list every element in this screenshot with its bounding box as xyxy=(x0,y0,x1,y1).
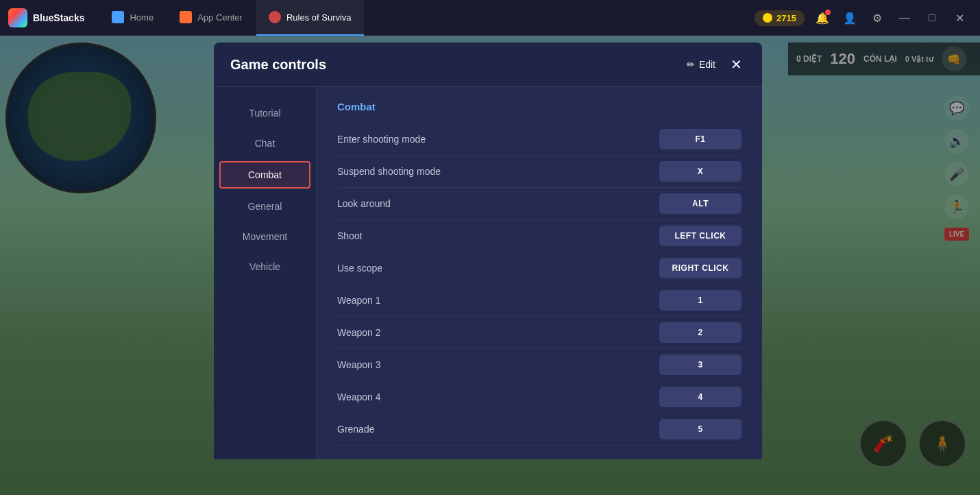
sidebar-item-vehicle[interactable]: Vehicle xyxy=(219,254,310,279)
key-badge-grenade[interactable]: 5 xyxy=(659,419,742,439)
edit-label: Edit xyxy=(699,59,715,70)
brand-logo: BlueStacks xyxy=(0,8,93,27)
control-label-suspend-shooting: Suspend shooting mode xyxy=(337,166,441,177)
key-badge-weapon3[interactable]: 3 xyxy=(659,354,742,375)
tab-home[interactable]: Home xyxy=(99,0,166,36)
panel-header-actions: ✏ Edit ✕ xyxy=(687,55,746,74)
sidebar-item-movement[interactable]: Movement xyxy=(219,224,310,249)
game-controls-panel: Game controls ✏ Edit ✕ Tutorial Chat Com… xyxy=(214,43,762,459)
coin-icon xyxy=(763,13,772,23)
control-label-weapon4: Weapon 4 xyxy=(337,391,381,402)
edit-button[interactable]: ✏ Edit xyxy=(687,59,715,70)
control-label-weapon2: Weapon 2 xyxy=(337,327,381,338)
key-badge-use-scope[interactable]: RIGHT CLICK xyxy=(659,258,742,278)
control-row-look-around: Look around ALT xyxy=(337,188,742,220)
control-row-suspend-shooting: Suspend shooting mode X xyxy=(337,156,742,188)
panel-sidebar: Tutorial Chat Combat General Movement Ve… xyxy=(214,87,317,459)
section-title: Combat xyxy=(337,101,742,112)
control-row-use-scope: Use scope RIGHT CLICK xyxy=(337,252,742,285)
game-tab-icon xyxy=(269,11,281,23)
key-badge-weapon2[interactable]: 2 xyxy=(659,322,742,343)
key-badge-enter-shooting[interactable]: F1 xyxy=(659,129,742,149)
control-label-grenade: Grenade xyxy=(337,424,374,435)
sidebar-item-tutorial[interactable]: Tutorial xyxy=(219,101,310,125)
panel-content: Combat Enter shooting mode F1 Suspend sh… xyxy=(317,87,762,459)
titlebar: BlueStacks Home App Center Rules of Surv… xyxy=(0,0,980,36)
notification-button[interactable]: 🔔 xyxy=(813,8,832,27)
home-tab-icon xyxy=(112,11,124,23)
key-badge-weapon1[interactable]: 1 xyxy=(659,290,742,311)
close-window-button[interactable]: ✕ xyxy=(950,8,969,27)
key-badge-suspend-shooting[interactable]: X xyxy=(659,161,742,182)
control-label-weapon3: Weapon 3 xyxy=(337,359,381,370)
tab-bar: Home App Center Rules of Surviva xyxy=(93,0,755,36)
control-label-enter-shooting: Enter shooting mode xyxy=(337,134,426,145)
maximize-button[interactable]: □ xyxy=(922,8,942,27)
panel-header: Game controls ✏ Edit ✕ xyxy=(214,43,762,87)
control-label-shoot: Shoot xyxy=(337,230,363,241)
app-center-tab-icon xyxy=(180,11,192,23)
coin-badge: 2715 xyxy=(755,10,805,26)
control-row-shoot: Shoot LEFT CLICK xyxy=(337,220,742,252)
control-label-use-scope: Use scope xyxy=(337,263,382,274)
control-row-weapon1: Weapon 1 1 xyxy=(337,285,742,317)
key-badge-weapon4[interactable]: 4 xyxy=(659,387,742,407)
edit-icon: ✏ xyxy=(687,59,695,70)
titlebar-right: 2715 🔔 👤 ⚙ — □ ✕ xyxy=(755,8,980,27)
panel-body: Tutorial Chat Combat General Movement Ve… xyxy=(214,87,762,459)
close-panel-button[interactable]: ✕ xyxy=(726,55,746,74)
coin-count: 2715 xyxy=(776,13,796,23)
minimize-button[interactable]: — xyxy=(895,8,914,27)
control-row-weapon4: Weapon 4 4 xyxy=(337,381,742,413)
sidebar-item-combat[interactable]: Combat xyxy=(219,161,310,189)
control-row-grenade: Grenade 5 xyxy=(337,413,742,446)
key-badge-look-around[interactable]: ALT xyxy=(659,193,742,214)
control-row-weapon3: Weapon 3 3 xyxy=(337,349,742,381)
control-label-weapon1: Weapon 1 xyxy=(337,295,381,306)
notification-dot xyxy=(825,10,831,15)
panel-title: Game controls xyxy=(230,57,326,73)
control-row-weapon2: Weapon 2 2 xyxy=(337,317,742,349)
tab-game[interactable]: Rules of Surviva xyxy=(256,0,364,36)
control-row-enter-shooting: Enter shooting mode F1 xyxy=(337,123,742,156)
settings-button[interactable]: ⚙ xyxy=(868,8,887,27)
sidebar-item-chat[interactable]: Chat xyxy=(219,131,310,156)
sidebar-item-general[interactable]: General xyxy=(219,194,310,219)
bluestacks-icon xyxy=(8,8,27,27)
key-badge-shoot[interactable]: LEFT CLICK xyxy=(659,226,742,246)
tab-app-center[interactable]: App Center xyxy=(167,0,255,36)
control-label-look-around: Look around xyxy=(337,198,391,209)
profile-button[interactable]: 👤 xyxy=(840,8,859,27)
brand-name: BlueStacks xyxy=(33,12,84,23)
